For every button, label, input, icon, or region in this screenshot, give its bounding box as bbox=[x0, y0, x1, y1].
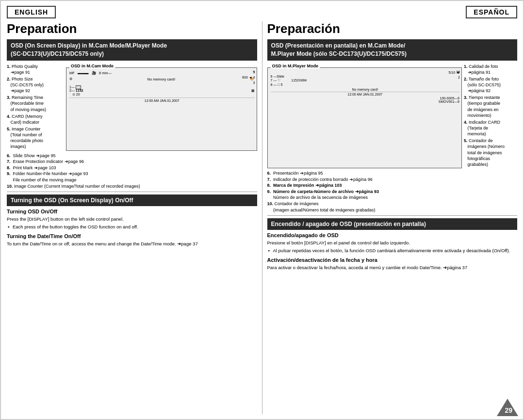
left-bullet1: Each press of the button toggles the OSD… bbox=[13, 224, 257, 230]
page: ENGLISH ESPAÑOL Preparation OSD (On Scre… bbox=[0, 0, 524, 420]
left-body2: To turn the Date/Time on or off, access … bbox=[7, 241, 257, 247]
right-title: Preparación bbox=[267, 21, 518, 36]
left-num-list: 1. Photo Quality ➜page 91 2. Photo Size … bbox=[7, 64, 64, 151]
left-sub2: Turning the Date/Time On/Off bbox=[7, 233, 257, 239]
main-columns: Preparation OSD (On Screen Display) in M… bbox=[7, 21, 517, 414]
right-osd-header: OSD (Presentación en pantalla) en M.Cam … bbox=[267, 39, 518, 61]
left-bottom-header: Turning the OSD (On Screen Display) On/O… bbox=[7, 194, 257, 206]
lang-tabs: ENGLISH ESPAÑOL bbox=[7, 6, 517, 18]
left-osd-header: OSD (On Screen Display) in M.Cam Mode/M.… bbox=[7, 39, 257, 61]
left-body1: Press the [DISPLAY] button on the left s… bbox=[7, 216, 257, 222]
lang-tab-espanol: ESPAÑOL bbox=[466, 6, 517, 18]
right-body1: Presione el botón [DISPLAY] en el panel … bbox=[267, 240, 518, 246]
left-sub1: Turning OSD On/Off bbox=[7, 209, 257, 214]
left-title: Preparation bbox=[7, 21, 257, 36]
right-sub2: Activación/desactivación de la fecha y h… bbox=[267, 257, 518, 263]
right-num-list-2: 6. Presentación ➜página 95 7. Indicador … bbox=[267, 170, 518, 213]
osd-player-box: OSD in M.Player Mode 10 2 5/10 ◄ 6 —Slid… bbox=[267, 67, 462, 168]
left-num-list-2: 6. Slide Show ➜page 95 7. Erase Protecti… bbox=[7, 153, 257, 190]
osd-cam-box: OSD in M.Cam Mode 5 600 ◄ 4 3 MF ▬▬▬ 🎥 8… bbox=[66, 67, 257, 151]
right-sub1: Encendido/apagado de OSD bbox=[267, 232, 518, 238]
right-bullet1: Al pulsar repetidas veces el botón, la f… bbox=[273, 247, 518, 254]
lang-tab-english: ENGLISH bbox=[7, 6, 56, 18]
page-number: 29 bbox=[505, 406, 512, 414]
right-num-list: 1. Calidad de foto ➜página 91 2. Tamaño … bbox=[464, 64, 517, 168]
right-bottom-header: Encendido / apagado de OSD (presentación… bbox=[267, 218, 518, 230]
right-body2: Para activar o desactivar la fecha/hora,… bbox=[267, 264, 518, 271]
col-right: Preparación OSD (Presentación en pantall… bbox=[262, 21, 518, 414]
col-left: Preparation OSD (On Screen Display) in M… bbox=[7, 21, 262, 414]
